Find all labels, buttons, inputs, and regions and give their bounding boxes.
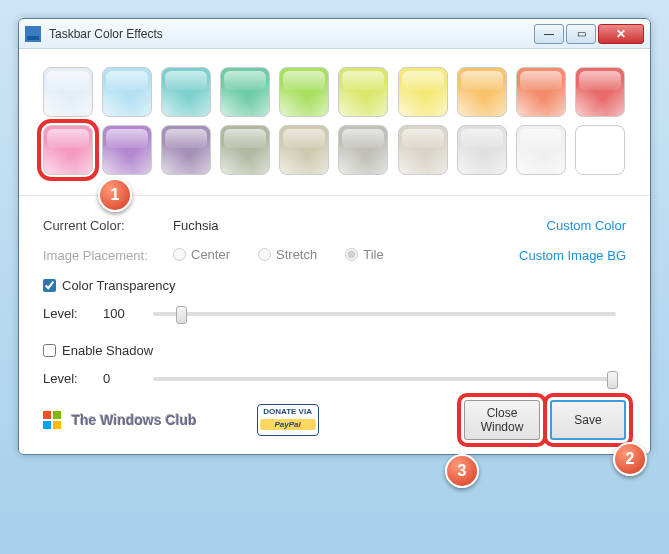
color-transparency-row: Color Transparency xyxy=(43,270,626,300)
shadow-level-label: Level: xyxy=(43,371,103,386)
color-swatch[interactable] xyxy=(457,125,507,175)
custom-color-link[interactable]: Custom Color xyxy=(547,218,626,233)
current-color-row: Current Color: Fuchsia Custom Color xyxy=(43,210,626,240)
minimize-button[interactable]: — xyxy=(534,24,564,44)
callout-badge-2: 2 xyxy=(613,442,647,476)
callout-badge-1: 1 xyxy=(98,178,132,212)
window-title: Taskbar Color Effects xyxy=(49,27,532,41)
color-swatch[interactable] xyxy=(398,125,448,175)
paypal-text: PayPal xyxy=(260,419,316,431)
callout-badge-3: 3 xyxy=(445,454,479,488)
save-button[interactable]: Save xyxy=(550,400,626,440)
transparency-level-value: 100 xyxy=(103,306,143,321)
donate-via-text: DONATE VIA xyxy=(260,407,316,417)
placement-radio-center[interactable]: Center xyxy=(173,247,230,262)
color-swatch[interactable] xyxy=(516,67,566,117)
custom-image-link[interactable]: Custom Image BG xyxy=(519,248,626,263)
close-window-button[interactable]: ✕ xyxy=(598,24,644,44)
placement-radio-stretch[interactable]: Stretch xyxy=(258,247,317,262)
color-swatch[interactable] xyxy=(398,67,448,117)
close-window-action-button[interactable]: CloseWindow xyxy=(464,400,540,440)
titlebar: Taskbar Color Effects — ▭ ✕ xyxy=(19,19,650,49)
color-swatch[interactable] xyxy=(220,125,270,175)
color-swatch[interactable] xyxy=(338,67,388,117)
shadow-level-row: Level: 0 xyxy=(43,371,626,386)
transparency-level-label: Level: xyxy=(43,306,103,321)
shadow-check-label: Enable Shadow xyxy=(62,343,153,358)
enable-shadow-row: Enable Shadow xyxy=(43,335,626,365)
slider-thumb[interactable] xyxy=(176,306,187,324)
image-placement-row: Image Placement: CenterStretchTile Custo… xyxy=(43,240,626,270)
color-swatch[interactable] xyxy=(43,67,93,117)
brand-text: The Windows Club xyxy=(71,412,196,428)
paypal-donate-button[interactable]: DONATE VIA PayPal xyxy=(257,404,319,436)
image-placement-label: Image Placement: xyxy=(43,248,173,263)
color-swatch-grid xyxy=(43,67,626,175)
color-swatch[interactable] xyxy=(102,125,152,175)
footer: The Windows Club DONATE VIA PayPal Close… xyxy=(43,400,626,440)
color-transparency-checkbox[interactable]: Color Transparency xyxy=(43,278,175,293)
window-buttons: — ▭ ✕ xyxy=(532,24,644,44)
brand-logo: The Windows Club xyxy=(43,411,197,430)
transparency-level-row: Level: 100 xyxy=(43,306,626,321)
content-area: Current Color: Fuchsia Custom Color Imag… xyxy=(19,49,650,454)
color-swatch[interactable] xyxy=(102,67,152,117)
app-window: Taskbar Color Effects — ▭ ✕ Current Colo… xyxy=(18,18,651,455)
color-swatch[interactable] xyxy=(516,125,566,175)
color-swatch[interactable] xyxy=(161,125,211,175)
current-color-label: Current Color: xyxy=(43,218,173,233)
current-color-value: Fuchsia xyxy=(173,218,219,233)
color-swatch[interactable] xyxy=(457,67,507,117)
shadow-level-value: 0 xyxy=(103,371,143,386)
transparency-slider[interactable] xyxy=(153,312,616,316)
action-buttons: CloseWindow Save xyxy=(464,400,626,440)
windows-logo-icon xyxy=(43,411,61,429)
svg-rect-1 xyxy=(27,36,39,40)
app-icon xyxy=(25,26,41,42)
transparency-check-input[interactable] xyxy=(43,279,56,292)
placement-radio-tile[interactable]: Tile xyxy=(345,247,383,262)
color-swatch[interactable] xyxy=(161,67,211,117)
color-swatch[interactable] xyxy=(338,125,388,175)
color-swatch[interactable] xyxy=(43,125,93,175)
slider-thumb[interactable] xyxy=(607,371,618,389)
color-swatch[interactable] xyxy=(220,67,270,117)
shadow-check-input[interactable] xyxy=(43,344,56,357)
shadow-slider[interactable] xyxy=(153,377,616,381)
color-swatch[interactable] xyxy=(575,67,625,117)
maximize-button[interactable]: ▭ xyxy=(566,24,596,44)
color-swatch[interactable] xyxy=(279,67,329,117)
color-swatch[interactable] xyxy=(575,125,625,175)
enable-shadow-checkbox[interactable]: Enable Shadow xyxy=(43,343,153,358)
placement-radio-group: CenterStretchTile xyxy=(173,247,412,264)
color-swatch[interactable] xyxy=(279,125,329,175)
transparency-check-label: Color Transparency xyxy=(62,278,175,293)
